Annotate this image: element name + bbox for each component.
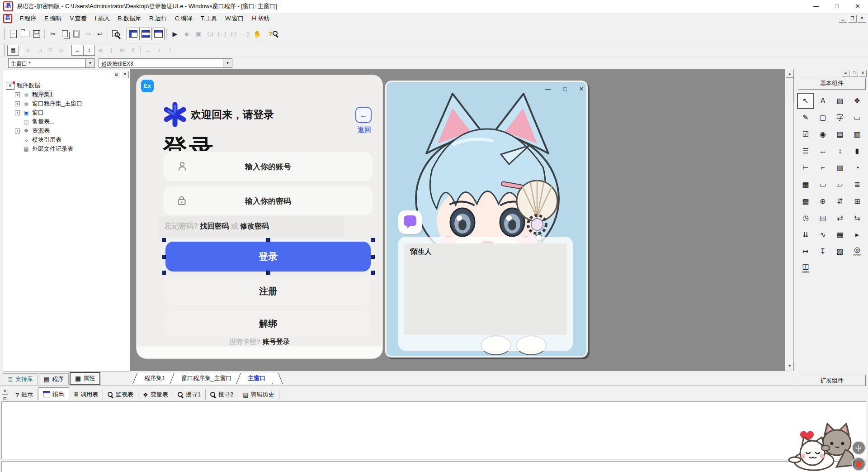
toolbar-grip[interactable] [3, 28, 5, 40]
tab-clip-history[interactable]: ▤ 剪辑历史 [238, 389, 279, 400]
workspace-scrollbar[interactable]: ▲ ▼ [785, 69, 794, 371]
minimize-button[interactable]: — [806, 0, 826, 13]
account-input[interactable]: 输入你的账号 [164, 152, 373, 181]
menu-item[interactable]: W.窗口 [221, 13, 248, 24]
palette-picture-box[interactable]: ▨ [833, 94, 847, 108]
step-out-button[interactable]: {↑} [228, 28, 240, 40]
palette-ip-edit[interactable]: ▭ [816, 178, 830, 191]
palette-image-group[interactable]: ❖ [850, 94, 864, 108]
menu-item[interactable]: F.程序 [16, 13, 40, 24]
unbind-button[interactable]: 解绑 [165, 310, 371, 337]
paste-button[interactable] [71, 28, 82, 40]
palette-select-tool[interactable]: ↖ [797, 93, 814, 109]
palette-maximize-button[interactable]: □ [850, 70, 858, 77]
mdi-close-button[interactable]: ✕ [858, 15, 866, 23]
tree-item-windows[interactable]: + ▣ 窗口 [3, 108, 130, 117]
close-button[interactable]: ✕ [847, 0, 868, 13]
tab-properties[interactable]: ▦ 属性 [70, 372, 100, 385]
find-help-button[interactable]: ? [268, 28, 279, 40]
find-password-link[interactable]: 找回密码 [200, 222, 229, 230]
menu-item[interactable]: T.工具 [197, 13, 221, 24]
palette-file-reader[interactable]: ↦ [798, 245, 813, 258]
panel-restore-button[interactable]: ⊡ [113, 71, 120, 78]
run-to-cursor-button[interactable]: →{} [240, 28, 251, 40]
menu-item[interactable]: I.插入 [91, 13, 114, 24]
dropdown-arrow-icon[interactable]: ▼ [223, 59, 232, 67]
tree-item-resources[interactable]: + ❖ 资源表 [3, 126, 130, 135]
expand-toggle-icon[interactable]: + [15, 101, 20, 106]
selection-handle-bl[interactable] [162, 271, 166, 275]
center-horizontal-button[interactable]: ↔ [71, 45, 83, 56]
selection-handle-tr[interactable] [371, 238, 375, 242]
tab-search1[interactable]: 搜寻1 [173, 389, 206, 400]
palette-panel[interactable]: ▭ [850, 111, 864, 124]
mdi-restore-button[interactable]: ❐ [848, 15, 857, 23]
palette-label[interactable]: A [816, 94, 830, 108]
tab-output[interactable]: 输出 [38, 387, 69, 400]
password-input[interactable]: 输入你的密码 [164, 186, 373, 215]
tab-watch-table[interactable]: 监视表 [103, 389, 138, 400]
register-button[interactable]: 注册 [165, 277, 371, 305]
selection-handle-mr[interactable] [371, 255, 375, 259]
tab-hints[interactable]: ? 提示 [11, 389, 38, 400]
open-button[interactable] [19, 28, 31, 40]
palette-h-scrollbar[interactable]: ↔ [816, 144, 830, 158]
palette-progress-bar[interactable]: ▮ [850, 144, 864, 158]
palette-menu-button[interactable]: ≡ [842, 70, 849, 77]
palette-media-player[interactable]: ▸ [850, 228, 864, 242]
palette-internet-box[interactable]: ⊕ [816, 195, 830, 208]
palette-edit-box[interactable]: ✎ [798, 111, 813, 124]
palette-list-box[interactable]: ▥ [850, 128, 864, 141]
menu-item[interactable]: H.帮助 [248, 13, 274, 24]
output-close-button[interactable]: ✕ [1, 388, 8, 395]
space-evenly-h-button[interactable]: ≋ [95, 45, 106, 55]
panel-close-button[interactable]: ✕ [121, 71, 129, 78]
code-find-button[interactable] [110, 28, 122, 40]
palette-animation-box[interactable]: ▥ [833, 161, 847, 175]
palette-gauge[interactable]: ◔ [850, 161, 864, 175]
menu-item[interactable]: C.编译 [171, 13, 197, 24]
save-button[interactable] [31, 28, 42, 40]
palette-printer[interactable]: ▤ [816, 211, 830, 225]
palette-net-client[interactable]: ⇄ [833, 211, 847, 225]
palette-net-transfer[interactable]: ⇊ [798, 228, 813, 242]
ime-record-button[interactable] [852, 457, 866, 471]
align-bottom-button[interactable]: ⊔ [56, 45, 67, 55]
scroll-up-icon[interactable]: ▲ [786, 70, 794, 78]
selection-handle-tl[interactable] [162, 238, 166, 242]
form-grid-button[interactable]: ▦ [7, 45, 19, 56]
output-content-area[interactable] [1, 401, 866, 459]
palette-window-group[interactable]: ⊞ [850, 195, 864, 208]
ime-language-button[interactable]: 中 [852, 441, 866, 455]
expand-toggle-icon[interactable]: + [15, 92, 20, 97]
cut-button[interactable]: ✂ [47, 28, 59, 40]
debug-window-button[interactable]: ▣ [193, 28, 204, 40]
palette-spin-box[interactable]: ⇵ [833, 195, 847, 208]
stop-button[interactable]: ■ [181, 28, 193, 40]
tree-item-window-assembly[interactable]: + ≣ 窗口程序集_主窗口 [3, 99, 130, 108]
copy-button[interactable] [59, 28, 71, 40]
palette-com-port[interactable]: ∿ [816, 228, 830, 242]
layout-left-panel-button[interactable] [127, 28, 139, 40]
palette-grid-box[interactable]: ▦ [833, 228, 847, 242]
back-button[interactable]: ← [355, 107, 372, 123]
account-login-link[interactable]: 账号登录 [263, 338, 290, 345]
menu-item[interactable]: E.编辑 [40, 13, 66, 24]
selection-handle-br[interactable] [371, 271, 375, 275]
tab-support-libs[interactable]: ≣ 支持库 [3, 373, 38, 385]
basic-components-button[interactable]: 基本组件 [798, 78, 866, 90]
tab-program[interactable]: ▤ 程序 [39, 373, 69, 385]
form-selector[interactable]: 主窗口 * ▼ [8, 58, 95, 68]
palette-radio-button[interactable]: ◉ [816, 128, 830, 141]
link-v-button[interactable]: ⊻ [127, 45, 138, 55]
palette-checkbox[interactable]: ☑ [798, 128, 813, 141]
undo-button[interactable]: ↩ [94, 28, 106, 40]
modify-password-link[interactable]: 修改密码 [240, 222, 269, 230]
palette-rich-edit[interactable]: ≣ [850, 178, 864, 191]
tree-item-constants[interactable]: ◫ 常量表... [3, 117, 130, 126]
link-h-button[interactable]: ⋈ [117, 45, 127, 55]
palette-combo-box[interactable]: ▤ [833, 128, 847, 141]
menu-item[interactable]: B.数据库 [114, 13, 145, 24]
palette-date-box[interactable]: ▦ [798, 178, 813, 191]
tab-call-table[interactable]: ⠿ 调用表 [69, 389, 103, 400]
